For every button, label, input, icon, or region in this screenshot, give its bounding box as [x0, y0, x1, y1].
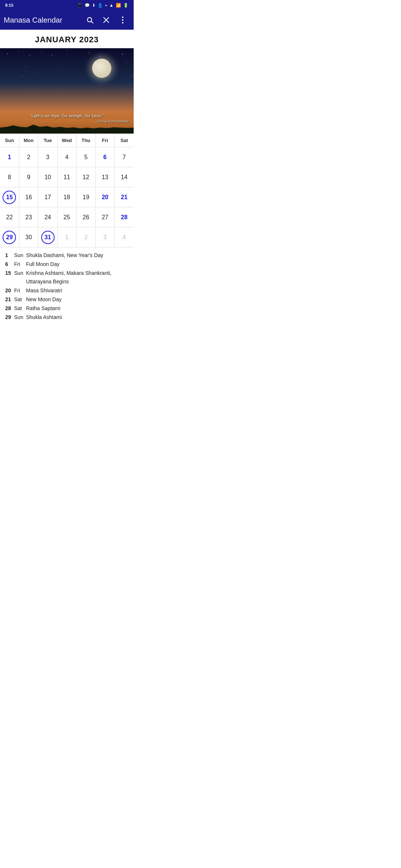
calendar-cell-r1c1[interactable]: 1 [0, 147, 19, 167]
calendar-row-3: 15161718192021 [0, 187, 134, 207]
calendar-container: Sun Mon Tue Wed Thu Fri Sat 123456789101… [0, 134, 134, 247]
svg-point-22 [61, 68, 62, 69]
svg-point-23 [78, 63, 78, 64]
calendar-cell-r3c5[interactable]: 19 [76, 187, 95, 207]
weekday-thu: Thu [76, 134, 95, 147]
calendar-cell-r2c2[interactable]: 9 [19, 167, 38, 187]
calendar-cell-r3c6[interactable]: 20 [95, 187, 114, 207]
calendar-cell-r1c6[interactable]: 6 [95, 147, 114, 167]
event-desc: Krishna Ashtami, Makara Shankranti, Utta… [26, 269, 128, 287]
event-desc: Shukla Ashtami [26, 313, 128, 322]
event-date: 6 [5, 260, 13, 269]
svg-point-26 [126, 61, 127, 62]
close-button[interactable] [99, 13, 114, 27]
calendar-cell-r3c4[interactable]: 18 [57, 187, 76, 207]
svg-point-15 [89, 52, 89, 53]
weekday-row: Sun Mon Tue Wed Thu Fri Sat [0, 134, 134, 147]
search-icon [86, 16, 94, 24]
svg-point-27 [5, 74, 6, 74]
calendar-cell-r4c7[interactable]: 28 [115, 207, 134, 227]
month-title: JANUARY 2023 [0, 30, 134, 48]
calendar-cell-r5c5[interactable]: 2 [76, 227, 95, 247]
calendar-cell-r5c1[interactable]: 29 [0, 227, 19, 247]
calendar-cell-r3c2[interactable]: 16 [19, 187, 38, 207]
calendar-cell-r5c4[interactable]: 1 [57, 227, 76, 247]
calendar-cell-r3c7[interactable]: 21 [115, 187, 134, 207]
calendar-cell-r4c5[interactable]: 26 [76, 207, 95, 227]
event-item: 15SunKrishna Ashtami, Makara Shankranti,… [5, 269, 128, 287]
svg-point-21 [48, 61, 48, 61]
calendar-cell-r5c6[interactable]: 3 [95, 227, 114, 247]
event-day: Sun [14, 313, 25, 322]
calendar-cell-r5c2[interactable]: 30 [19, 227, 38, 247]
weekday-fri: Fri [95, 134, 114, 147]
calendar-cell-r1c4[interactable]: 4 [57, 147, 76, 167]
svg-point-16 [100, 56, 101, 57]
calendar-cell-r1c7[interactable]: 7 [115, 147, 134, 167]
events-list: 1SunShukla Dashami, New Year's Day6FriFu… [5, 251, 128, 322]
calendar-cell-r1c5[interactable]: 5 [76, 147, 95, 167]
app-bar: Manasa Calendar [0, 10, 134, 30]
calendar-header: Sun Mon Tue Wed Thu Fri Sat [0, 134, 134, 147]
svg-point-12 [52, 55, 52, 55]
calendar-cell-r2c1[interactable]: 8 [0, 167, 19, 187]
calendar-cell-r5c3[interactable]: 31 [38, 227, 57, 247]
event-item: 21SatNew Moon Day [5, 295, 128, 304]
status-icons: 📱 💬 ⬇ 👤 ● ▲ 📶 🔋 [77, 3, 128, 8]
calendar-cell-r2c3[interactable]: 10 [38, 167, 57, 187]
calendar-table: Sun Mon Tue Wed Thu Fri Sat 123456789101… [0, 134, 134, 247]
calendar-cell-r4c4[interactable]: 25 [57, 207, 76, 227]
calendar-cell-r4c2[interactable]: 23 [19, 207, 38, 227]
event-desc: Ratha Saptami [26, 304, 128, 313]
svg-point-20 [26, 66, 26, 67]
calendar-cell-r1c3[interactable]: 3 [38, 147, 57, 167]
calendar-cell-r4c3[interactable]: 24 [38, 207, 57, 227]
weekday-mon: Mon [19, 134, 38, 147]
calendar-cell-r4c6[interactable]: 27 [95, 207, 114, 227]
app-bar-icons [82, 13, 130, 27]
svg-point-19 [13, 63, 13, 63]
calendar-cell-r2c6[interactable]: 13 [95, 167, 114, 187]
event-desc: New Moon Day [26, 295, 128, 304]
event-day: Fri [14, 260, 25, 269]
calendar-cell-r4c1[interactable]: 22 [0, 207, 19, 227]
calendar-cell-r2c7[interactable]: 14 [115, 167, 134, 187]
svg-point-13 [66, 50, 67, 50]
event-day: Fri [14, 286, 25, 295]
svg-point-0 [87, 17, 92, 22]
calendar-cell-r2c4[interactable]: 11 [57, 167, 76, 187]
calendar-row-1: 1234567 [0, 147, 134, 167]
svg-point-28 [22, 76, 23, 76]
event-date: 28 [5, 304, 13, 313]
svg-point-30 [57, 78, 58, 78]
search-button[interactable] [82, 13, 97, 27]
svg-point-11 [40, 52, 41, 52]
svg-point-24 [94, 62, 95, 63]
calendar-row-5: 2930311234 [0, 227, 134, 247]
event-date: 15 [5, 269, 13, 287]
signal-icon: 📶 [116, 3, 121, 8]
weekday-wed: Wed [57, 134, 76, 147]
banner-image: "Light is our Hope. Our strength. Our fu… [0, 48, 134, 134]
svg-point-31 [81, 75, 82, 75]
banner-author: - Guruji Krishnananda [96, 119, 128, 123]
calendar-row-2: 891011121314 [0, 167, 134, 187]
status-time: 8:15 [5, 3, 13, 7]
svg-point-14 [74, 57, 74, 57]
event-item: 28SatRatha Saptami [5, 304, 128, 313]
weekday-sun: Sun [0, 134, 19, 147]
weekday-tue: Tue [38, 134, 57, 147]
event-item: 6FriFull Moon Day [5, 260, 128, 269]
svg-point-33 [117, 72, 117, 72]
message-icon: 💬 [85, 3, 90, 8]
event-day: Sun [14, 251, 25, 260]
person-icon: 👤 [98, 3, 103, 8]
whatsapp-icon: 📱 [77, 3, 82, 8]
more-button[interactable] [115, 13, 130, 27]
calendar-cell-r1c2[interactable]: 2 [19, 147, 38, 167]
calendar-cell-r2c5[interactable]: 12 [76, 167, 95, 187]
event-day: Sun [14, 269, 25, 287]
calendar-cell-r3c3[interactable]: 17 [38, 187, 57, 207]
calendar-cell-r3c1[interactable]: 15 [0, 187, 19, 207]
calendar-cell-r5c7[interactable]: 4 [115, 227, 134, 247]
